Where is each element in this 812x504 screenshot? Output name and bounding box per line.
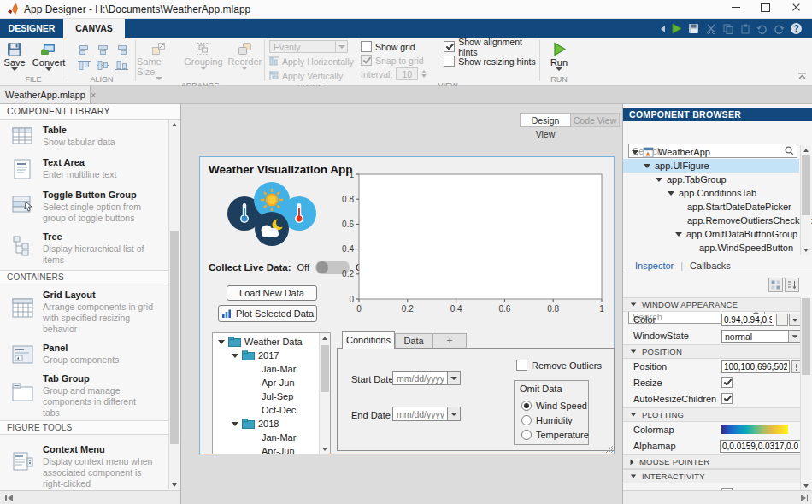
snap-to-grid-checkbox[interactable] [361,55,372,66]
remove-outliers-checkbox[interactable] [516,360,527,371]
qat-expand-left-icon[interactable] [658,21,667,36]
load-new-data-button[interactable]: Load New Data [227,285,317,301]
tree-expand-icon[interactable] [632,150,638,155]
scroll-down-button[interactable] [169,480,179,489]
convert-button[interactable]: Convert [31,40,67,74]
color-swatch[interactable] [776,314,788,326]
show-grid-checkbox[interactable] [361,41,372,52]
library-item-tab-group[interactable]: Tab Group Group and manage components in… [0,373,168,419]
radio-humidity[interactable]: Humidity [521,415,573,425]
start-date-picker[interactable] [392,371,461,385]
qat-cut-icon[interactable] [703,21,718,36]
scroll-up-button[interactable] [169,120,179,129]
close-button[interactable] [780,0,812,15]
section-mouse-pointer[interactable]: MOUSE POINTER [623,454,802,469]
tree-expand-icon[interactable] [232,422,238,426]
position-value-input[interactable] [721,360,790,373]
browser-tree-scrollbar[interactable] [800,145,811,255]
scrollbar-thumb[interactable] [321,345,329,392]
inspector-scrollbar[interactable] [800,297,811,490]
start-date-dropdown-button[interactable] [447,371,461,385]
tab-conditions[interactable]: Conditions [342,331,395,349]
tree-expand-icon[interactable] [656,178,662,182]
section-window-appearance[interactable]: WINDOW APPEARANCE [623,297,802,312]
scrollbar-thumb[interactable] [802,298,810,375]
tree-scrollbar[interactable] [319,333,330,454]
code-view-button[interactable]: Code View [571,113,620,127]
tree-item-windspeedbutton[interactable]: app.WindSpeedButton [623,241,799,255]
maximize-button[interactable] [750,0,780,15]
evenly-dropdown[interactable]: Evenly [269,40,348,53]
align-center-button[interactable] [93,43,112,56]
interval-stepper[interactable] [421,70,427,78]
radio-button[interactable] [521,401,532,411]
tree-expand-icon[interactable] [218,340,225,344]
tree-item-startdatepicker[interactable]: app.StartDateDatePicker [623,200,799,214]
tree-leaf[interactable]: Apr-Jun [213,376,320,390]
tab-data[interactable]: Data [395,333,432,349]
tree-expand-icon[interactable] [232,354,238,358]
resize-checkbox[interactable] [721,377,733,388]
tree-item-tabgroup[interactable]: app.TabGroup [623,173,799,186]
scrollbar-thumb[interactable] [802,155,810,215]
show-resizing-hints-checkbox[interactable] [444,56,455,67]
tree-leaf[interactable]: Jan-Mar [213,431,320,444]
end-date-dropdown-button[interactable] [447,407,461,421]
library-collapse-bar[interactable] [0,490,180,504]
library-item-grid-layout[interactable]: Grid Layout Arrange components in grid w… [0,290,168,335]
tab-designer[interactable]: DESIGNER [0,19,63,38]
document-tab-close-icon[interactable]: × [91,90,96,100]
show-alignment-hints-checkbox[interactable] [444,41,455,52]
same-size-button[interactable]: Same Size [137,40,180,80]
scroll-down-button[interactable] [320,444,330,454]
minimize-button[interactable] [721,0,750,15]
tree-expand-icon[interactable] [644,164,650,168]
browser-collapse-bar[interactable] [623,490,812,504]
library-item-table[interactable]: Table Show tabular data [0,125,168,148]
end-date-picker[interactable] [392,407,461,421]
qat-redo-icon[interactable] [772,21,786,36]
library-item-tree[interactable]: Tree Display hierarchical list of items [0,231,168,266]
scrollbar-thumb[interactable] [170,231,179,444]
colormap-swatch[interactable] [721,425,788,434]
grouping-button[interactable]: Grouping [184,40,222,80]
align-bottom-button[interactable] [112,59,131,73]
tab-inspector[interactable]: Inspector [635,261,674,271]
tree-node-root[interactable]: Weather Data [213,335,320,349]
section-plotting[interactable]: PLOTTING [623,407,802,422]
end-date-input[interactable] [392,407,447,421]
uiaxes[interactable]: 1 0.8 0.6 0.4 0.2 0 0 0.2 0.4 0.6 0.8 1 [342,169,614,316]
uifigure-canvas[interactable]: Weather Visualization App [199,156,615,454]
qat-undo-icon[interactable] [755,21,769,36]
interval-input[interactable] [396,67,418,80]
library-item-panel[interactable]: Panel Group components [0,343,168,366]
alphamap-value-input[interactable] [720,440,801,453]
tree-item-weatherapp[interactable]: WeatherApp [623,145,799,159]
scroll-up-button[interactable] [801,145,811,155]
weather-data-tree[interactable]: Weather Data 2017 Jan-Mar Apr-Jun Jul-Se… [212,332,331,454]
category-view-button[interactable] [768,278,783,292]
reorder-button[interactable]: Reorder [227,40,263,80]
align-middle-button[interactable] [93,59,112,73]
document-tab[interactable]: WeatherApp.mlapp × [0,86,91,103]
qat-paste-icon[interactable] [738,21,752,36]
tree-expand-icon[interactable] [675,232,682,237]
weather-image[interactable] [224,179,320,248]
radio-button[interactable] [521,430,532,440]
plot-selected-data-button[interactable]: Plot Selected Data [218,305,317,322]
scroll-down-button[interactable] [801,481,811,490]
tree-leaf[interactable]: Jul-Sep [213,390,320,403]
color-value-input[interactable] [721,314,774,326]
tree-leaf[interactable]: Apr-Jun [213,444,320,454]
tree-node-2018[interactable]: 2018 [213,417,320,431]
library-item-context-menu[interactable]: Context Menu Display context menu when a… [0,444,168,489]
qat-save-button[interactable] [686,21,701,36]
omit-data-button-group[interactable]: Omit Data Wind Speed Humidity Temperatur… [514,380,589,445]
autoresizechildren-checkbox[interactable] [721,393,733,404]
figure-resize-grip[interactable] [604,444,613,453]
app-title-label[interactable]: Weather Visualization App [209,163,353,176]
color-dropdown-button[interactable] [789,314,801,326]
run-button[interactable]: Run [544,40,574,74]
align-right-button[interactable] [112,43,131,56]
tab-add-button[interactable]: + [432,333,467,349]
